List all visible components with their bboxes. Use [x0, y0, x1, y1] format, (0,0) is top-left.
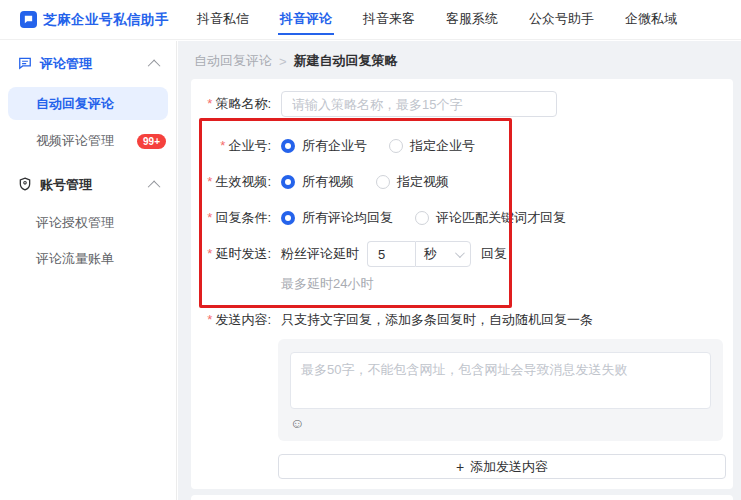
- radio-specified-videos[interactable]: 指定视频: [376, 173, 449, 191]
- radio-checked-icon: [281, 175, 295, 189]
- tab-customer-service[interactable]: 客服系统: [444, 4, 500, 35]
- radio-option-label: 所有视频: [302, 173, 354, 191]
- sidebar-item-comment-traffic-bill[interactable]: 评论流量账单: [0, 242, 176, 276]
- required-mark: *: [207, 210, 212, 225]
- sidebar-item-comment-auth-management[interactable]: 评论授权管理: [0, 206, 176, 240]
- plus-icon: +: [456, 459, 464, 475]
- sidebar: 评论管理 自动回复评论 视频评论管理 99+ 账号管理 评论授权管理 评论流量账…: [0, 41, 177, 500]
- main-content: 自动回复评论 > 新建自动回复策略 *策略名称: *企业号: 所有企业号: [178, 41, 741, 500]
- delay-send-controls: 粉丝评论延时 秒 回复: [281, 241, 507, 267]
- delay-send-label: *延时发送:: [191, 245, 271, 263]
- tab-wecom-private-domain[interactable]: 企微私域: [623, 4, 679, 35]
- strategy-name-input[interactable]: [281, 91, 557, 117]
- radio-all-videos[interactable]: 所有视频: [281, 173, 354, 191]
- effective-videos-radio-group: 所有视频 指定视频: [281, 173, 449, 191]
- radio-all-enterprise-accounts[interactable]: 所有企业号: [281, 137, 367, 155]
- form-row-reply-condition: *回复条件: 所有评论均回复 评论匹配关键词才回复: [191, 207, 733, 229]
- tab-official-account-assistant[interactable]: 公众号助手: [527, 4, 596, 35]
- sidebar-item-label: 自动回复评论: [36, 95, 158, 113]
- form-row-enterprise-account: *企业号: 所有企业号 指定企业号: [191, 135, 733, 157]
- tab-douyin-visitor[interactable]: 抖音来客: [361, 4, 417, 35]
- app-logo-text: 芝麻企业号私信助手: [43, 11, 169, 29]
- sidebar-group-label: 账号管理: [40, 176, 143, 194]
- delay-unit-value: 秒: [424, 245, 437, 263]
- chevron-up-icon[interactable]: [148, 180, 161, 193]
- send-content-label: *发送内容:: [191, 311, 271, 329]
- reply-content-textarea[interactable]: [290, 352, 711, 409]
- reply-content-panel: ☺: [278, 339, 723, 441]
- breadcrumb-parent-link[interactable]: 自动回复评论: [194, 52, 272, 70]
- radio-specified-enterprise-accounts[interactable]: 指定企业号: [389, 137, 475, 155]
- form-row-strategy-name: *策略名称:: [191, 93, 733, 115]
- radio-reply-all-comments[interactable]: 所有评论均回复: [281, 209, 393, 227]
- radio-unchecked-icon: [415, 211, 429, 225]
- required-mark: *: [220, 138, 225, 153]
- strategy-name-label: *策略名称:: [191, 95, 271, 113]
- radio-option-label: 指定视频: [397, 173, 449, 191]
- sidebar-group-comment-management[interactable]: 评论管理: [0, 45, 176, 83]
- radio-option-label: 评论匹配关键词才回复: [436, 209, 566, 227]
- app-window: 芝麻企业号私信助手 抖音私信 抖音评论 抖音来客 客服系统 公众号助手 企微私域…: [0, 0, 741, 500]
- radio-checked-icon: [281, 139, 295, 153]
- unread-count-badge: 99+: [137, 134, 166, 149]
- breadcrumb: 自动回复评论 > 新建自动回复策略: [178, 41, 741, 79]
- tab-douyin-comment[interactable]: 抖音评论: [278, 4, 334, 35]
- top-nav-tabs: 抖音私信 抖音评论 抖音来客 客服系统 公众号助手 企微私域: [195, 0, 679, 40]
- tab-douyin-private-message[interactable]: 抖音私信: [195, 4, 251, 35]
- app-logo[interactable]: 芝麻企业号私信助手: [20, 11, 169, 29]
- radio-unchecked-icon: [389, 139, 403, 153]
- sidebar-item-label: 评论授权管理: [36, 214, 166, 232]
- breadcrumb-current: 新建自动回复策略: [294, 52, 398, 70]
- breadcrumb-separator: >: [279, 54, 287, 69]
- form-row-delay-send: *延时发送: 粉丝评论延时 秒 回复: [191, 243, 733, 265]
- emoji-picker-icon[interactable]: ☺: [290, 415, 308, 431]
- form-row-effective-videos: *生效视频: 所有视频 指定视频: [191, 171, 733, 193]
- app-logo-icon: [20, 11, 37, 28]
- sidebar-group-label: 评论管理: [40, 55, 143, 73]
- reply-condition-radio-group: 所有评论均回复 评论匹配关键词才回复: [281, 209, 566, 227]
- required-mark: *: [207, 312, 212, 327]
- sidebar-group-account-management[interactable]: 账号管理: [0, 166, 176, 204]
- radio-option-label: 所有企业号: [302, 137, 367, 155]
- radio-unchecked-icon: [376, 175, 390, 189]
- account-shield-icon: [18, 177, 32, 194]
- comment-icon: [18, 56, 32, 73]
- radio-option-label: 指定企业号: [410, 137, 475, 155]
- chevron-down-icon: [455, 248, 465, 258]
- delay-prefix-text: 粉丝评论延时: [281, 245, 359, 263]
- required-mark: *: [207, 96, 212, 111]
- strategy-form-card: *策略名称: *企业号: 所有企业号 指定企业号: [191, 79, 733, 489]
- delay-suffix-text: 回复: [481, 245, 507, 263]
- delay-value-input[interactable]: [367, 241, 415, 267]
- reply-condition-label: *回复条件:: [191, 209, 271, 227]
- radio-reply-keyword-match[interactable]: 评论匹配关键词才回复: [415, 209, 566, 227]
- sidebar-item-label: 视频评论管理: [36, 132, 137, 150]
- sidebar-item-video-comment-management[interactable]: 视频评论管理 99+: [0, 124, 176, 158]
- delay-hint: 最多延时24小时: [281, 275, 733, 293]
- top-header: 芝麻企业号私信助手 抖音私信 抖音评论 抖音来客 客服系统 公众号助手 企微私域: [0, 0, 741, 40]
- effective-videos-label: *生效视频:: [191, 173, 271, 191]
- enterprise-account-radio-group: 所有企业号 指定企业号: [281, 137, 475, 155]
- sidebar-item-label: 评论流量账单: [36, 250, 166, 268]
- add-send-content-label: 添加发送内容: [470, 458, 548, 476]
- radio-option-label: 所有评论均回复: [302, 209, 393, 227]
- form-row-send-content: *发送内容: 只支持文字回复，添加多条回复时，自动随机回复一条: [191, 309, 733, 331]
- delay-unit-select[interactable]: 秒: [415, 241, 471, 267]
- radio-checked-icon: [281, 211, 295, 225]
- required-mark: *: [207, 174, 212, 189]
- send-content-description: 只支持文字回复，添加多条回复时，自动随机回复一条: [281, 311, 593, 329]
- form-action-bar: 提交 取消: [191, 495, 733, 500]
- sidebar-item-auto-reply-comment[interactable]: 自动回复评论: [8, 87, 168, 120]
- enterprise-account-label: *企业号:: [191, 137, 271, 155]
- add-send-content-button[interactable]: + 添加发送内容: [278, 454, 726, 479]
- chevron-up-icon[interactable]: [148, 59, 161, 72]
- required-mark: *: [207, 246, 212, 261]
